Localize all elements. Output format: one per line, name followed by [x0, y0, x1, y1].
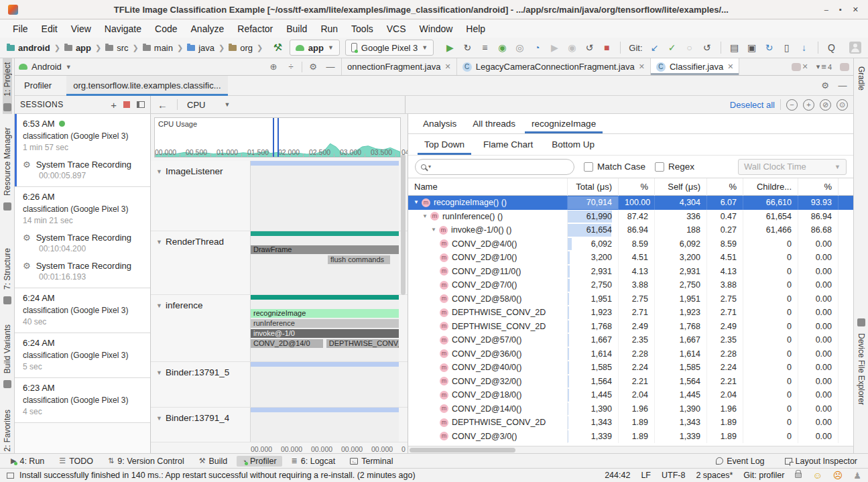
trace-event-bar[interactable]: CONV_2D@14/0	[251, 339, 323, 348]
menu-item-build[interactable]: Build	[280, 21, 313, 36]
stage-dropdown[interactable]: CPU ▼	[187, 100, 230, 110]
selection-range-end[interactable]	[277, 118, 279, 157]
thread-label[interactable]: ▼inference	[151, 295, 251, 361]
encoding[interactable]: UTF-8	[662, 471, 685, 480]
menu-item-view[interactable]: View	[65, 21, 97, 36]
menu-item-refactor[interactable]: Refactor	[231, 21, 279, 36]
profile-avatar-icon[interactable]	[849, 42, 861, 54]
toggle-toolwindows-icon[interactable]	[7, 473, 14, 479]
profiler-session-tab[interactable]: org.tensorflow.lite.examples.classific..…	[66, 76, 227, 96]
sidebar-item-resource-manager[interactable]: Resource Manager	[3, 123, 12, 213]
run-configuration-dropdown[interactable]: app ▼	[290, 40, 340, 56]
git-branch[interactable]: Git: profiler	[743, 471, 784, 480]
trace-event-bar[interactable]: invoke@-1/0	[251, 329, 399, 338]
session-card[interactable]: 6:24 AMclassification (Google Pixel 3)40…	[15, 288, 150, 333]
session-card[interactable]: 6:23 AMclassification (Google Pixel 3)4 …	[15, 378, 150, 423]
git-history-icon[interactable]: ○	[682, 40, 698, 55]
breadcrumb-item[interactable]: app	[64, 43, 91, 53]
running-devices-icon[interactable]: ▣	[744, 40, 760, 55]
apply-code-changes-icon[interactable]: ≡	[477, 40, 493, 55]
toolwindow-6--logcat[interactable]: ≣6: Logcat	[286, 456, 341, 467]
chevron-down-icon[interactable]: ▼	[156, 239, 162, 245]
apply-changes-icon[interactable]: ↻	[459, 40, 475, 55]
checkbox-icon[interactable]	[584, 162, 593, 172]
rerun-tests-icon[interactable]: ↺	[581, 40, 597, 55]
session-card[interactable]: 6:53 AMclassification (Google Pixel 3)1 …	[15, 114, 150, 187]
sidebar-item-gradle[interactable]: Gradle	[857, 62, 866, 95]
chevron-down-icon[interactable]: ▼	[156, 369, 162, 376]
build-hammer-icon[interactable]: ⚒	[273, 41, 284, 54]
menu-item-analyze[interactable]: Analyze	[185, 21, 231, 36]
table-row[interactable]: ▼mrunInference() ()61,99087.423360.4761,…	[408, 210, 853, 224]
trace-event-bar[interactable]: flush commands	[328, 255, 390, 264]
table-row[interactable]: mCONV_2D@14/0()1,3901.961,3901.9600.00	[408, 402, 853, 416]
table-row[interactable]: mCONV_2D@18/0()1,4452.041,4452.0400.00	[408, 388, 853, 402]
chevron-down-icon[interactable]: ▼	[156, 302, 162, 309]
trace-event-bar[interactable]: runInference	[251, 319, 399, 328]
column-header[interactable]: Total (μs)	[568, 178, 619, 196]
menu-item-run[interactable]: Run	[314, 21, 344, 36]
gear-icon[interactable]: ⚙	[306, 62, 320, 72]
close-icon[interactable]: ✕	[802, 62, 808, 71]
toolwindow-terminal[interactable]: ›_Terminal	[345, 456, 398, 467]
table-row[interactable]: mCONV_2D@11/0()2,9314.132,9314.1300.00	[408, 265, 853, 279]
editor-tab[interactable]: CClassifier.java✕	[651, 58, 739, 75]
sad-face-icon[interactable]: ☹	[833, 471, 843, 480]
status-message[interactable]: Install successfully finished in 140 ms.…	[19, 471, 416, 480]
zoom-in-icon[interactable]: +	[803, 99, 814, 111]
subtab-flame-chart[interactable]: Flame Chart	[477, 134, 540, 155]
breadcrumb-item[interactable]: java	[187, 43, 214, 53]
search-box[interactable]: ▾	[415, 159, 574, 175]
recording-item[interactable]: ⚙System Trace Recording	[23, 233, 145, 243]
debug-disabled-icon[interactable]: ◉	[564, 40, 580, 55]
table-hscrollbar[interactable]	[408, 446, 853, 453]
column-header[interactable]: Self (μs)	[655, 178, 707, 196]
maximize-icon[interactable]: ▪	[839, 5, 842, 14]
thread-label[interactable]: ▼ImageListener	[151, 161, 251, 231]
zoom-to-selection-icon[interactable]: ⊙	[836, 99, 848, 111]
selection-range-start[interactable]	[273, 118, 274, 157]
thread-track[interactable]: DrawFrameflush commands	[251, 231, 399, 294]
threads-scrollbar[interactable]	[401, 154, 406, 295]
hidden-tabs-dropdown[interactable]: ▾≡4	[812, 58, 836, 75]
git-rollback-icon[interactable]: ↺	[699, 40, 715, 55]
sidebar-item-device-file-explorer[interactable]: Device File Explorer	[857, 316, 866, 409]
add-session-icon[interactable]: +	[111, 99, 117, 111]
thread-track[interactable]	[251, 362, 399, 407]
sidebar-item-build-variants[interactable]: Build Variants	[3, 320, 12, 391]
project-view-selector[interactable]: Android ▼	[19, 62, 72, 72]
chevron-down-icon[interactable]: ▼	[156, 168, 162, 175]
git-update-icon[interactable]: ↙	[647, 40, 663, 55]
thread-row[interactable]: ▼RenderThreadDrawFrameflush commands	[151, 231, 408, 295]
checkbox-icon[interactable]	[655, 162, 664, 172]
minimize-icon[interactable]: –	[824, 5, 828, 14]
sdk-manager-icon[interactable]: ↓	[796, 40, 812, 55]
tab-recognizeimage[interactable]: recognizeImage	[525, 114, 603, 133]
column-header[interactable]: %	[707, 178, 743, 196]
search-everywhere-icon[interactable]: Q	[824, 40, 840, 55]
toolwindow-9--version-control[interactable]: ⇅9: Version Control	[103, 456, 190, 467]
trace-event-bar[interactable]: DrawFrame	[251, 245, 399, 254]
menu-item-tools[interactable]: Tools	[345, 21, 379, 36]
session-card[interactable]: 6:26 AMclassification (Google Pixel 3)14…	[15, 187, 150, 288]
device-mirroring-icon[interactable]: ▯	[779, 40, 795, 55]
recording-item[interactable]: ⚙System Trace Recording	[23, 160, 145, 170]
back-arrow-icon[interactable]: ←	[158, 99, 168, 111]
zoom-out-icon[interactable]: −	[786, 99, 798, 111]
close-icon[interactable]: ✕	[639, 62, 645, 71]
gradle-sync-icon[interactable]: ↻	[761, 40, 778, 55]
toolwindow-4--run[interactable]: ▶4: Run	[5, 456, 50, 467]
table-row[interactable]: mDEPTHWISE_CONV_2D1,9232.711,9232.7100.0…	[408, 306, 853, 320]
scrollbar-thumb[interactable]	[410, 448, 515, 453]
hide-panel-icon[interactable]: —	[324, 62, 337, 72]
table-row[interactable]: mCONV_2D@7/0()2,7503.882,7503.8800.00	[408, 278, 853, 292]
trace-event-bar[interactable]: recognizeImage	[251, 309, 399, 318]
tab-all-threads[interactable]: All threads	[466, 114, 522, 133]
table-row[interactable]: mCONV_2D@57/0()1,6672.351,6672.3500.00	[408, 333, 853, 347]
lock-icon[interactable]	[795, 473, 802, 478]
collapse-sessions-icon[interactable]	[137, 101, 145, 108]
thread-track[interactable]	[251, 408, 399, 442]
toolwindow-event-log[interactable]: Event Log	[710, 456, 769, 467]
tab-analysis[interactable]: Analysis	[416, 114, 463, 133]
caret-position[interactable]: 244:42	[605, 471, 630, 480]
